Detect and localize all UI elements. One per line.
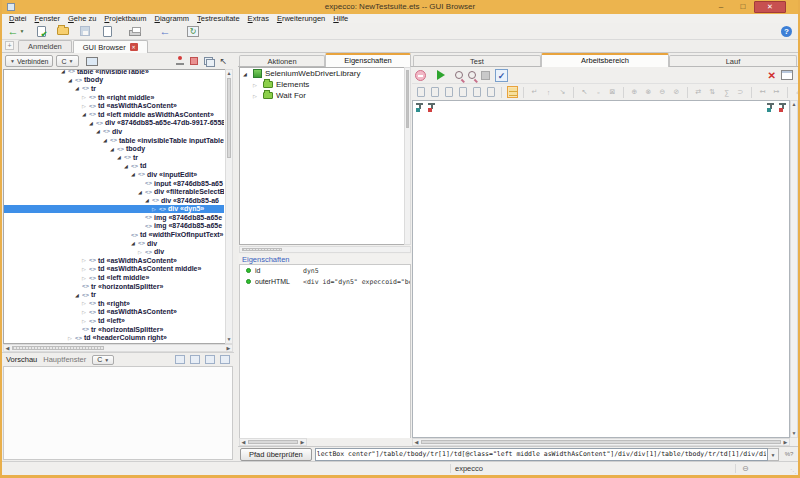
collapsed-marker-icon[interactable]: ▷	[68, 334, 75, 342]
xpath-helper-icon[interactable]: %?	[782, 451, 796, 457]
expanded-marker-icon[interactable]: ◢	[131, 239, 138, 247]
dom-tree-row[interactable]: ▷<>div «dyn5»	[4, 205, 224, 214]
connector-icon[interactable]: ⇗	[793, 86, 800, 98]
expanded-marker-icon[interactable]: ◢	[68, 76, 75, 84]
page-tool-icon[interactable]	[443, 86, 454, 98]
preview-refresh-button[interactable]: C▼	[92, 355, 114, 365]
page-tool-icon[interactable]	[415, 86, 426, 98]
collapsed-marker-icon[interactable]: ▷	[82, 265, 89, 273]
undo-icon[interactable]: ←	[157, 24, 173, 38]
collapsed-marker-icon[interactable]: ▷	[253, 81, 260, 89]
monitor-icon[interactable]	[86, 57, 98, 66]
maximize-button[interactable]: □	[732, 1, 754, 13]
dom-tree-row[interactable]: <>input «8746db85-a65	[4, 179, 224, 188]
collapsed-marker-icon[interactable]: ▷	[82, 299, 89, 307]
tab-eigenschaften[interactable]: Eigenschaften	[325, 53, 411, 67]
menu-item-testresultate[interactable]: Testresultate	[193, 14, 244, 23]
menu-item-diagramm[interactable]: Diagramm	[150, 14, 193, 23]
expanded-marker-icon[interactable]: ◢	[117, 153, 124, 161]
tab-gui-browser[interactable]: GUI Browser✕	[73, 40, 148, 53]
properties-horizontal-scrollbar[interactable]: ◀▶	[239, 438, 307, 446]
dom-tree-row[interactable]: ◢<>tbody	[4, 76, 224, 85]
path-dropdown-icon[interactable]: ▼	[768, 448, 779, 461]
dom-tree-row[interactable]: ◢<>tbody	[4, 144, 224, 153]
move-down-icon[interactable]: ↘	[557, 86, 568, 98]
zoom-out-icon[interactable]	[468, 71, 476, 79]
back-icon[interactable]: ←▼	[5, 24, 27, 38]
menu-item-datei[interactable]: Datei	[5, 14, 31, 23]
dom-tree-row[interactable]: ▷<>div	[4, 247, 224, 256]
collapsed-marker-icon[interactable]: ▷	[82, 274, 89, 282]
expanded-marker-icon[interactable]: ◢	[103, 136, 110, 144]
expanded-marker-icon[interactable]: ◢	[61, 69, 68, 75]
search-icon[interactable]	[220, 355, 230, 364]
move-up-icon[interactable]: ↑	[543, 86, 554, 98]
sum-icon[interactable]: ∑	[721, 86, 732, 98]
pin-off-icon[interactable]: ⊘	[671, 86, 682, 98]
expanded-marker-icon[interactable]: ◢	[145, 196, 152, 204]
dom-tree-row[interactable]: ▷<>td «asWidthAsContent»	[4, 256, 224, 265]
menu-item-erweiterungen[interactable]: Erweiterungen	[273, 14, 329, 23]
hauptfenster-tab[interactable]: Hauptfenster	[43, 355, 86, 364]
dom-tree-row[interactable]: ◢<>td «left middle asWidthAsContent»	[4, 110, 224, 119]
zoom-in-icon[interactable]	[455, 71, 463, 79]
page-tool-icon[interactable]	[485, 86, 496, 98]
tab-test[interactable]: Test	[413, 55, 541, 66]
pin-remove-icon[interactable]: ⊗	[643, 86, 654, 98]
expanded-marker-icon[interactable]: ◢	[110, 145, 117, 153]
pin-minus-icon[interactable]: ⊖	[657, 86, 668, 98]
dom-tree-row[interactable]: ▷<>td «left middle»	[4, 273, 224, 282]
dom-tree-row[interactable]: ▷<>th «right middle»	[4, 93, 224, 102]
dom-tree-row[interactable]: ▷<>td «asWidthAsContent middle»	[4, 265, 224, 274]
delete-icon[interactable]: ✕	[768, 70, 776, 81]
insert-icon[interactable]: ↵	[529, 86, 540, 98]
dom-tree-row[interactable]: ◢<>tr	[4, 290, 224, 299]
open-folder-icon[interactable]	[55, 24, 71, 38]
collapsed-marker-icon[interactable]: ▷	[152, 205, 159, 213]
fit-icon[interactable]	[481, 71, 490, 80]
dom-tree-row[interactable]: ▷<>td «left»	[4, 316, 224, 325]
help-icon[interactable]: ?	[781, 26, 792, 37]
dom-tree-row[interactable]: <>img «8746db85-a65e	[4, 222, 224, 231]
menu-item-projektbaum[interactable]: Projektbaum	[100, 14, 150, 23]
tab-lauf[interactable]: Lauf	[669, 55, 797, 66]
new-tab-button[interactable]: +	[5, 41, 14, 50]
collapsed-marker-icon[interactable]: ▷	[82, 308, 89, 316]
reload-window-icon[interactable]: ↻	[185, 24, 201, 38]
grid-icon[interactable]	[175, 355, 185, 364]
sort-icon[interactable]: ⇅	[707, 86, 718, 98]
align-icon[interactable]: ↖	[579, 86, 590, 98]
box-icon[interactable]: ▫	[593, 86, 604, 98]
cascade-icon[interactable]	[190, 355, 200, 364]
dom-tree-row[interactable]: ▷<>td «asWidthAsContent»	[4, 101, 224, 110]
inspect-icon[interactable]: ↖	[219, 56, 227, 66]
input-pin-icon[interactable]	[416, 103, 425, 112]
expanded-marker-icon[interactable]: ◢	[96, 127, 103, 135]
property-row[interactable]: iddyn5	[240, 265, 410, 276]
canvas-vertical-scrollbar[interactable]: ▲▼	[790, 100, 798, 438]
menu-item-hilfe[interactable]: Hilfe	[329, 14, 352, 23]
dom-tree-row[interactable]: ◢<>div «inputEdit»	[4, 170, 224, 179]
xpath-input[interactable]	[315, 448, 768, 461]
dom-tree-row[interactable]: <>tr «horizontalSplitter»	[4, 325, 224, 334]
expanded-marker-icon[interactable]: ◢	[75, 291, 82, 299]
menu-item-extras[interactable]: Extras	[244, 14, 273, 23]
collapsed-marker-icon[interactable]: ▷	[82, 317, 89, 325]
dom-tree-row[interactable]: ◢<>td	[4, 162, 224, 171]
dom-tree-row[interactable]: ◢<>table «invisibleTable inputTable»	[4, 136, 224, 145]
minimize-button[interactable]: –	[710, 1, 732, 13]
connect-dropdown-button[interactable]: ▼Verbinden	[5, 55, 53, 67]
expanded-marker-icon[interactable]: ◢	[124, 162, 131, 170]
record-icon[interactable]	[190, 57, 198, 65]
actions-tree-row[interactable]: ◢SeleniumWebDriverLibrary	[240, 68, 410, 79]
save-icon[interactable]	[77, 24, 93, 38]
diagram-canvas[interactable]	[412, 100, 790, 438]
dom-tree-row[interactable]: ◢<>tr	[4, 84, 224, 93]
collapse-icon[interactable]: ⊖	[742, 462, 749, 475]
expanded-marker-icon[interactable]: ◢	[131, 170, 138, 178]
new-window-icon[interactable]	[781, 70, 793, 80]
page-tool-icon[interactable]	[457, 86, 468, 98]
dom-tree-vertical-scrollbar[interactable]: ▲▼	[225, 69, 233, 344]
close-button[interactable]: ✕	[754, 1, 786, 13]
pin-add-icon[interactable]: ⊕	[629, 86, 640, 98]
